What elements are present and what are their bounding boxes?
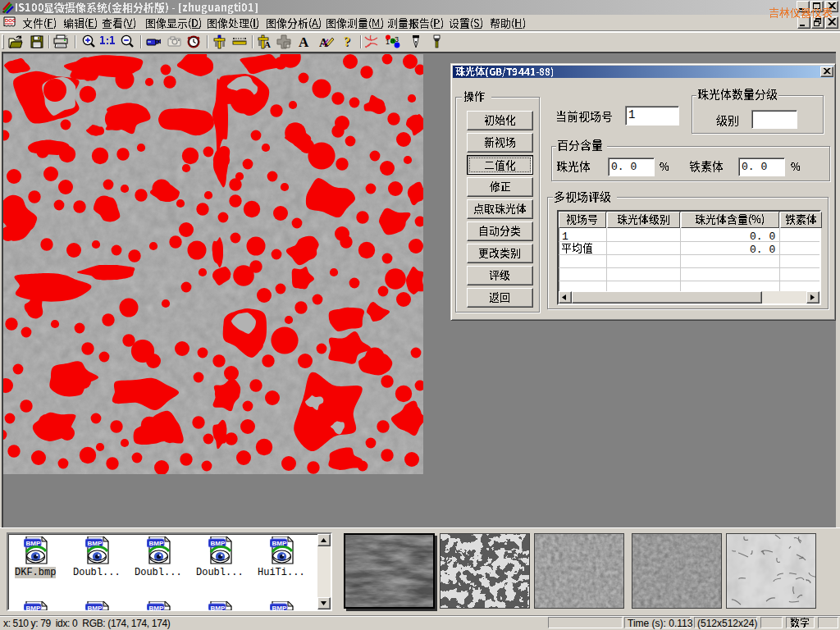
svg-text:1: 1 [386,38,390,46]
svg-text:BMP: BMP [211,605,226,610]
svg-text:BMP: BMP [272,605,287,610]
svg-text:?: ? [344,34,350,48]
svg-text:BMP: BMP [88,605,103,610]
svg-text:A: A [264,39,271,49]
svg-text:BMP: BMP [26,605,41,610]
svg-text:A: A [319,36,328,49]
svg-text:3: 3 [395,35,399,43]
svg-text:A: A [299,34,309,49]
svg-text:BMP: BMP [149,605,164,610]
svg-text:DOC: DOC [5,18,16,23]
